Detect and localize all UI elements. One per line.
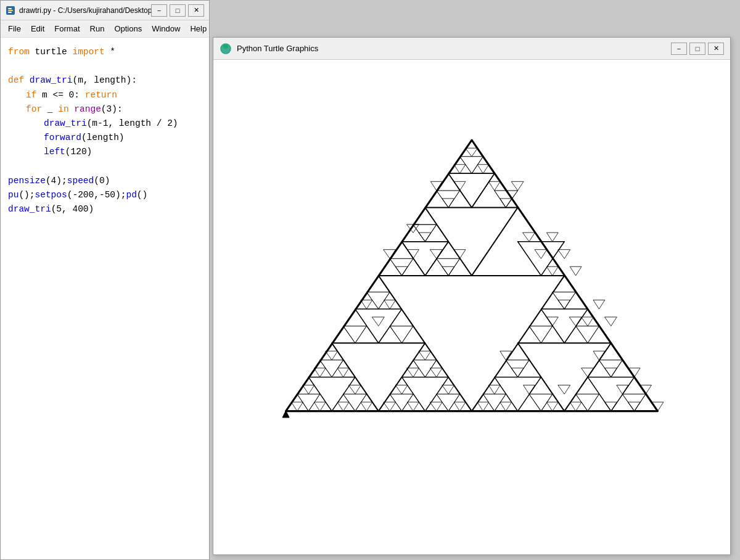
svg-marker-104 xyxy=(547,267,558,276)
svg-marker-73 xyxy=(326,352,337,360)
svg-marker-24 xyxy=(460,157,483,174)
svg-marker-68 xyxy=(337,402,348,411)
code-editor[interactable]: from turtle import * def draw_tri(m, len… xyxy=(1,38,209,559)
code-line-6: forward(length) xyxy=(8,131,202,145)
svg-point-6 xyxy=(224,44,226,46)
idle-icon xyxy=(6,6,15,15)
svg-rect-1 xyxy=(8,8,12,9)
svg-marker-52 xyxy=(442,199,454,207)
code-line-9: pu();setpos(-200,-50);pd() xyxy=(8,188,202,202)
svg-point-7 xyxy=(226,44,228,46)
idle-title-text: drawtri.py - C:/Users/kujirahand/Desktop… xyxy=(19,6,151,15)
svg-marker-80 xyxy=(407,368,419,377)
turtle-title-text: Python Turtle Graphics xyxy=(237,44,671,53)
svg-marker-61 xyxy=(442,267,454,276)
svg-marker-48 xyxy=(466,148,477,156)
svg-marker-90 xyxy=(558,385,570,394)
menu-window[interactable]: Window xyxy=(147,22,185,35)
svg-marker-46 xyxy=(576,394,599,411)
svg-marker-66 xyxy=(303,385,314,394)
svg-marker-59 xyxy=(408,250,419,258)
turtle-title-bar: Python Turtle Graphics − □ ✕ xyxy=(213,38,730,60)
svg-marker-113 xyxy=(582,317,593,326)
svg-marker-28 xyxy=(390,258,413,276)
svg-marker-114 xyxy=(593,300,604,309)
code-line-1: from turtle import * xyxy=(8,45,202,59)
svg-marker-97 xyxy=(628,402,639,411)
maximize-button[interactable]: □ xyxy=(170,4,186,17)
svg-marker-85 xyxy=(489,385,500,394)
code-line-8: pensize(4);speed(0) xyxy=(8,174,202,188)
close-button[interactable]: ✕ xyxy=(188,4,204,17)
turtle-canvas xyxy=(213,60,730,554)
code-line-blank1 xyxy=(8,59,202,73)
svg-marker-78 xyxy=(442,385,454,394)
svg-marker-74 xyxy=(384,402,395,411)
svg-marker-26 xyxy=(495,191,518,208)
svg-marker-105 xyxy=(558,250,570,258)
svg-marker-45 xyxy=(599,360,622,377)
svg-marker-111 xyxy=(558,300,570,309)
svg-marker-102 xyxy=(535,250,546,258)
svg-marker-93 xyxy=(605,368,617,377)
svg-marker-39 xyxy=(553,292,576,309)
svg-marker-40 xyxy=(529,326,553,344)
svg-marker-37 xyxy=(390,394,413,411)
svg-marker-58 xyxy=(395,267,407,276)
svg-marker-41 xyxy=(576,326,599,344)
svg-marker-101 xyxy=(523,233,535,241)
idle-editor-window: drawtri.py - C:/Users/kujirahand/Desktop… xyxy=(0,0,210,560)
svg-marker-82 xyxy=(419,352,430,360)
svg-marker-106 xyxy=(570,267,581,276)
menu-file[interactable]: File xyxy=(3,22,26,35)
turtle-maximize-button[interactable]: □ xyxy=(689,43,705,55)
svg-marker-70 xyxy=(361,402,372,411)
svg-marker-86 xyxy=(500,402,511,411)
code-line-4: for _ in range(3): xyxy=(8,102,202,117)
svg-marker-38 xyxy=(437,394,460,411)
title-bar-controls: − □ ✕ xyxy=(151,4,204,17)
menu-edit[interactable]: Edit xyxy=(26,22,49,35)
svg-marker-36 xyxy=(413,360,437,377)
svg-marker-54 xyxy=(489,182,500,191)
svg-marker-79 xyxy=(454,402,465,411)
svg-marker-115 xyxy=(605,317,617,326)
svg-marker-67 xyxy=(314,402,326,411)
menu-run[interactable]: Run xyxy=(85,22,110,35)
turtle-icon xyxy=(220,43,232,55)
svg-marker-83 xyxy=(524,385,535,394)
minimize-button[interactable]: − xyxy=(151,4,167,17)
svg-marker-34 xyxy=(297,394,320,411)
svg-marker-56 xyxy=(511,182,523,191)
turtle-close-button[interactable]: ✕ xyxy=(708,43,724,55)
code-line-blank2 xyxy=(8,160,202,174)
turtle-controls: − □ ✕ xyxy=(671,43,724,55)
svg-marker-35 xyxy=(343,394,367,411)
menu-help[interactable]: Help xyxy=(185,22,212,35)
code-line-2: def draw_tri(m, length): xyxy=(8,73,202,88)
svg-marker-71 xyxy=(314,368,326,377)
svg-marker-72 xyxy=(337,368,348,377)
svg-marker-95 xyxy=(605,402,617,411)
menu-format[interactable]: Format xyxy=(49,22,84,35)
svg-marker-32 xyxy=(390,326,413,344)
svg-marker-109 xyxy=(384,300,395,309)
svg-marker-96 xyxy=(617,385,628,394)
svg-marker-84 xyxy=(477,402,488,411)
menu-options[interactable]: Options xyxy=(109,22,147,35)
svg-marker-43 xyxy=(483,394,506,411)
svg-marker-107 xyxy=(361,300,372,309)
code-line-5: draw_tri(m-1, length / 2) xyxy=(8,117,202,131)
svg-marker-110 xyxy=(547,317,558,326)
svg-marker-27 xyxy=(413,224,437,242)
svg-marker-76 xyxy=(408,402,419,411)
svg-marker-89 xyxy=(547,402,558,411)
svg-marker-42 xyxy=(506,360,529,377)
svg-marker-47 xyxy=(622,394,646,411)
idle-title-bar: drawtri.py - C:/Users/kujirahand/Desktop… xyxy=(1,1,209,20)
svg-marker-81 xyxy=(430,368,442,377)
svg-marker-49 xyxy=(454,165,465,173)
svg-marker-29 xyxy=(437,258,460,276)
turtle-minimize-button[interactable]: − xyxy=(671,43,687,55)
svg-marker-55 xyxy=(500,199,511,207)
